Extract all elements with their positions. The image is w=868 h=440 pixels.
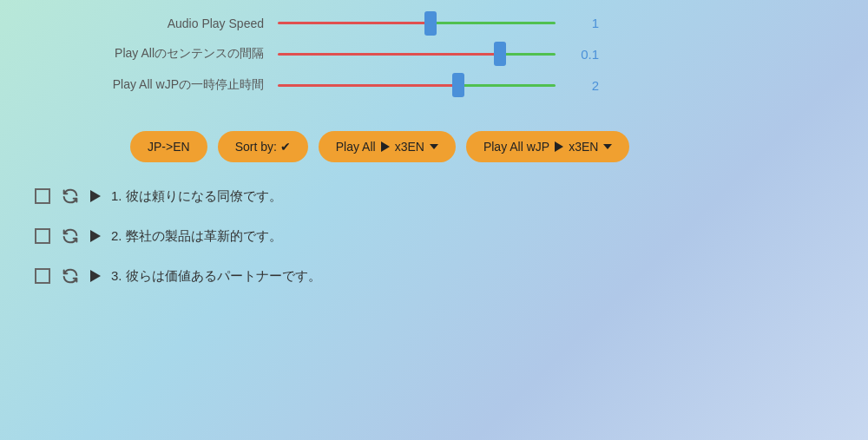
play-all-wjp-label: Play All wJP [483, 140, 549, 154]
slider-value-0: 1 [556, 16, 599, 30]
slider-thumb-1[interactable] [494, 42, 506, 66]
list-item: 1. 彼は頼りになる同僚です。 [35, 187, 833, 206]
sentence-checkbox-2[interactable] [35, 268, 50, 284]
slider-track-red-1 [278, 53, 500, 56]
slider-value-1: 0.1 [556, 47, 599, 62]
list-item: 2. 弊社の製品は革新的です。 [35, 227, 833, 246]
slider-track-green-2 [458, 84, 556, 87]
slider-track-red-0 [278, 22, 431, 24]
jp-en-button[interactable]: JP->EN [130, 131, 207, 162]
slider-section: Audio Play Speed1Play Allのセンテンスの間隔0.1Pla… [0, 0, 868, 117]
sentence-play-0[interactable] [90, 190, 101, 202]
slider-row-2: Play All wJPの一時停止時間2 [35, 77, 833, 93]
play-all-speed: x3EN [395, 140, 424, 154]
sentence-checkbox-0[interactable] [35, 188, 50, 204]
play-all-wjp-button[interactable]: Play All wJP x3EN [466, 131, 629, 162]
play-all-wjp-speed: x3EN [569, 140, 598, 154]
play-all-wjp-play-icon [555, 141, 563, 152]
slider-label-1: Play Allのセンテンスの間隔 [35, 46, 278, 62]
sentence-checkbox-1[interactable] [35, 228, 50, 244]
slider-track-green-1 [500, 53, 556, 56]
slider-track-green-0 [431, 22, 556, 24]
refresh-icon-0[interactable] [61, 187, 80, 206]
slider-track-0[interactable] [278, 20, 556, 27]
slider-row-1: Play Allのセンテンスの間隔0.1 [35, 46, 833, 62]
slider-track-2[interactable] [278, 82, 556, 89]
play-all-wjp-chevron-icon [603, 144, 612, 149]
play-all-play-icon [381, 141, 390, 152]
slider-track-red-2 [278, 84, 458, 87]
refresh-icon-2[interactable] [61, 266, 80, 286]
slider-value-2: 2 [556, 78, 599, 93]
sentence-text-1: 2. 弊社の製品は革新的です。 [111, 228, 282, 245]
play-all-button[interactable]: Play All x3EN [319, 131, 456, 162]
buttons-row: JP->EN Sort by: ✔ Play All x3EN Play All… [0, 117, 868, 180]
sentence-list: 1. 彼は頼りになる同僚です。 2. 弊社の製品は革新的です。 3. 彼らは価値… [0, 180, 868, 286]
sentence-play-2[interactable] [90, 270, 101, 282]
sentence-text-0: 1. 彼は頼りになる同僚です。 [111, 188, 282, 205]
sort-button[interactable]: Sort by: ✔ [218, 131, 308, 162]
list-item: 3. 彼らは価値あるパートナーです。 [35, 266, 833, 286]
play-all-label: Play All [336, 140, 376, 154]
sentence-play-1[interactable] [90, 230, 101, 242]
slider-track-1[interactable] [278, 50, 556, 57]
refresh-icon-1[interactable] [61, 227, 80, 246]
sort-label: Sort by: ✔ [235, 140, 291, 154]
slider-label-0: Audio Play Speed [35, 16, 278, 30]
sentence-text-2: 3. 彼らは価値あるパートナーです。 [111, 268, 321, 285]
slider-label-2: Play All wJPの一時停止時間 [35, 77, 278, 93]
slider-thumb-0[interactable] [424, 11, 437, 36]
jp-en-label: JP->EN [148, 140, 190, 154]
slider-thumb-2[interactable] [452, 73, 464, 97]
slider-row-0: Audio Play Speed1 [35, 16, 833, 30]
play-all-chevron-icon [430, 144, 438, 149]
